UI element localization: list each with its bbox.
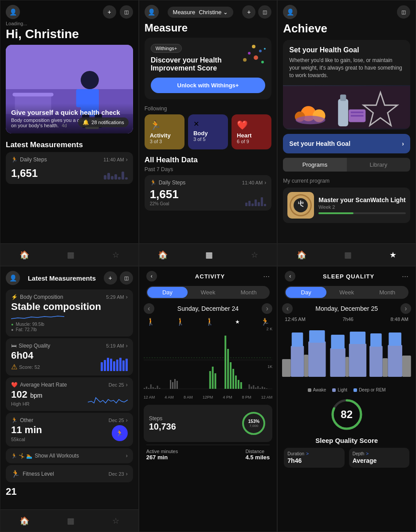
measure-steps-card[interactable]: 🏃 Daily Steps 11:40 AM › 1,651 22% Goal	[145, 175, 272, 211]
steps-card[interactable]: 🏃 Daily Steps 11:40 AM › 1,651	[6, 152, 133, 184]
svg-rect-66	[264, 387, 265, 389]
measurements-nav-home[interactable]: 🏠	[20, 516, 29, 526]
nav-star[interactable]: ☆	[112, 250, 119, 260]
notifications-badge[interactable]: 🔔 28 notifications	[78, 117, 128, 127]
user-badge[interactable]: Measure Christine ⌄	[168, 7, 234, 18]
heart-rate-card[interactable]: ❤️ Average Heart Rate Dec 25 › 102 bpm H…	[6, 377, 133, 411]
svg-point-23	[296, 116, 326, 125]
body-metric[interactable]: ✕ Body 3 of 5	[188, 114, 228, 149]
activity-circle-button[interactable]: 🏃	[112, 425, 128, 441]
goal-percent: 22% Goal	[150, 201, 179, 206]
svg-rect-85	[350, 332, 365, 344]
measurements-avatar[interactable]: 👤	[6, 271, 20, 285]
body-icon: ✕	[193, 120, 223, 128]
sleep-next-date[interactable]: ›	[400, 303, 411, 314]
duration-stat-box[interactable]: Duration > 7h46	[284, 448, 344, 468]
nav-home[interactable]: 🏠	[20, 250, 29, 260]
sleep-quality-card[interactable]: 🛏 Sleep Quality 5:19 AM › 6h04 ⚠ Score: …	[6, 338, 133, 376]
body-comp-label: ⚡ Body Composition	[11, 294, 63, 300]
activity-panel: ‹ ACTIVITY ··· Day Week Month ‹ Sunday, …	[139, 266, 278, 532]
sleep-tab-month[interactable]: Month	[367, 287, 408, 298]
goal-card[interactable]: Set your Health Goal Whether you'd like …	[283, 40, 410, 129]
activity-date: Sunday, December 24	[177, 305, 239, 312]
distance-label: Distance	[245, 449, 270, 454]
measurements-detail-panel: 👤 Latest Measurements + ◫ ⚡ Body Composi…	[0, 266, 139, 532]
avatar[interactable]: 👤	[6, 5, 20, 19]
heart-metric[interactable]: ❤️ Heart 6 of 9	[232, 114, 271, 149]
measure-nav-home[interactable]: 🏠	[158, 250, 168, 260]
sleep-score-title: Sleep Quality Score	[278, 435, 416, 448]
measure-settings-button[interactable]: ◫	[258, 5, 271, 19]
body-composition-card[interactable]: ⚡ Body Composition 5:29 AM › Stable comp…	[6, 289, 133, 336]
sleep-tab-day[interactable]: Day	[286, 287, 326, 298]
sleep-prev-date[interactable]: ‹	[282, 303, 293, 314]
achieve-avatar[interactable]: 👤	[283, 5, 297, 19]
svg-rect-57	[238, 380, 239, 389]
measurements-settings-button[interactable]: ◫	[120, 271, 133, 285]
withings-card[interactable]: Withings+ Discover your Health Improveme…	[145, 38, 272, 99]
svg-rect-45	[170, 380, 171, 389]
svg-rect-38	[146, 387, 147, 389]
svg-rect-28	[351, 112, 364, 113]
measurements-nav-star[interactable]: ☆	[112, 516, 119, 526]
x-label-4am: 4 AM	[165, 395, 174, 399]
svg-rect-54	[230, 362, 232, 389]
activity-tab-week[interactable]: Week	[188, 287, 228, 298]
goal-description: Whether you'd like to gain, lose, or mai…	[289, 57, 404, 79]
svg-rect-56	[235, 376, 237, 389]
add-button[interactable]: +	[103, 5, 116, 19]
activity-tab-month[interactable]: Month	[228, 287, 269, 298]
hero-card[interactable]: Give yourself a quick health check Body …	[6, 45, 133, 133]
activity-metric[interactable]: 🏃 Activity 3 of 3	[145, 114, 184, 149]
svg-point-17	[243, 58, 247, 62]
chevron-down-icon: ⌄	[223, 9, 228, 16]
goal-image	[283, 85, 410, 129]
next-date-button[interactable]: ›	[262, 303, 272, 314]
sleep-back-button[interactable]: ‹	[285, 271, 295, 282]
measurements-add-button[interactable]: +	[104, 271, 117, 285]
settings-button[interactable]: ◫	[120, 5, 133, 19]
sleep-score-circle: 82	[329, 397, 365, 432]
sleep-more-button[interactable]: ···	[402, 272, 408, 281]
steps-time: 11:40 AM	[103, 157, 124, 162]
depth-stat-box[interactable]: Depth > Average	[349, 448, 409, 468]
svg-rect-75	[402, 356, 411, 377]
measure-nav-star[interactable]: ☆	[251, 250, 258, 260]
body-sub: 3 of 5	[193, 137, 223, 142]
achieve-nav-chart[interactable]: ▦	[344, 250, 352, 260]
tab-library[interactable]: Library	[347, 158, 410, 172]
show-all-workouts-row[interactable]: 🏃 🤸 🏊 Show All Workouts ›	[6, 448, 133, 463]
activity-back-button[interactable]: ‹	[146, 271, 157, 282]
svg-point-14	[254, 55, 258, 60]
svg-point-15	[261, 61, 264, 63]
svg-rect-48	[177, 381, 178, 389]
legend-light-color	[332, 388, 336, 392]
tab-programs[interactable]: Programs	[283, 158, 346, 172]
achieve-nav-home[interactable]: 🏠	[297, 250, 306, 260]
sleep-tab-week[interactable]: Week	[326, 287, 367, 298]
achieve-panel: 👤 ◫ Achieve Set your Health Goal Whether…	[277, 0, 416, 266]
heart-unit: bpm	[30, 392, 42, 399]
measure-header: 👤 Measure Christine ⌄ + ◫	[139, 0, 277, 21]
distance-value: 4.5 miles	[245, 454, 270, 461]
achieve-settings-button[interactable]: ◫	[397, 5, 410, 19]
measurements-nav-chart[interactable]: ▦	[67, 516, 75, 526]
sleep-panel: ‹ SLEEP QUALITY ··· Day Week Month ‹ Mon…	[277, 266, 416, 532]
achieve-nav-star[interactable]: ★	[389, 250, 396, 260]
nav-chart[interactable]: ▦	[67, 250, 75, 260]
program-card[interactable]: 120 Master your ScanWatch Light Week 2	[283, 188, 410, 223]
activity-more-button[interactable]: ···	[263, 272, 270, 281]
activity-tab-day[interactable]: Day	[147, 287, 188, 298]
svg-rect-62	[255, 387, 256, 389]
x-label-12am-end: 12 AM	[261, 395, 273, 399]
set-goal-button[interactable]: Set your Health Goal ›	[283, 134, 410, 153]
prev-date-button[interactable]: ‹	[144, 303, 154, 314]
steps-card-header: 🏃 Daily Steps 11:40 AM ›	[11, 156, 128, 163]
svg-rect-76	[291, 346, 304, 377]
measure-add-button[interactable]: +	[242, 5, 255, 19]
other-card[interactable]: 🏃 Other Dec 25 › 11 min 55kcal 🏃	[6, 413, 133, 446]
measure-nav-chart[interactable]: ▦	[205, 250, 213, 260]
unlock-button[interactable]: Unlock with Withings+	[151, 78, 266, 93]
measure-avatar[interactable]: 👤	[145, 5, 159, 19]
fitness-level-row[interactable]: 🏃 Fitness Level Dec 23 ›	[6, 465, 133, 482]
